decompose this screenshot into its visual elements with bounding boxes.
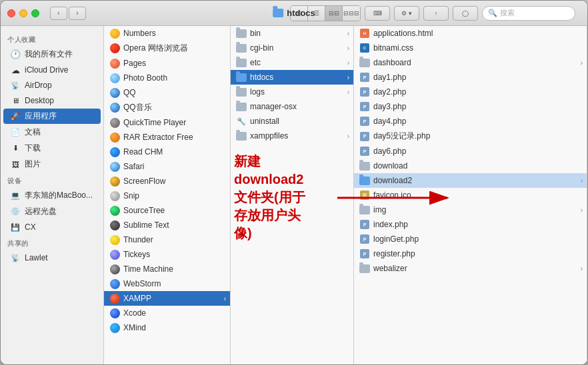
keyboard-btn[interactable]: ⌨ — [365, 6, 390, 21]
list-item-xampp[interactable]: XAMPP › — [104, 291, 230, 306]
sidebar-item-label: 图片 — [25, 159, 41, 170]
list-item[interactable]: webalizer › — [354, 261, 587, 276]
folder-icon — [236, 131, 247, 141]
action-btn[interactable]: ⚙ ▾ — [394, 6, 419, 21]
sidebar-item-airdrop[interactable]: 📡 AirDrop — [3, 78, 101, 93]
app-icon — [109, 308, 120, 318]
sidebar-item-icloud[interactable]: ☁ iCloud Drive — [3, 63, 101, 77]
chevron-right-icon: › — [347, 45, 349, 52]
list-item[interactable]: SourceTree — [104, 203, 230, 218]
htdocs-column: H applications.html C bitnami.css dashbo… — [354, 26, 587, 364]
list-item[interactable]: P day1.php — [354, 70, 587, 85]
list-item[interactable]: XMind — [104, 320, 230, 335]
list-item[interactable]: QQ音乐 — [104, 100, 230, 115]
sidebar-item-pictures[interactable]: 🖼 图片 — [3, 157, 101, 172]
list-item[interactable]: C bitnami.css — [354, 41, 587, 55]
title-folder-icon — [273, 9, 283, 17]
minimize-button[interactable] — [19, 9, 27, 17]
sidebar-item-downloads[interactable]: ⬇ 下载 — [3, 141, 101, 156]
nav-buttons: ‹ › — [50, 7, 86, 20]
list-item[interactable]: Read CHM — [104, 145, 230, 159]
list-item[interactable]: Safari — [104, 159, 230, 174]
list-item[interactable]: RAR Extractor Free — [104, 130, 230, 145]
list-item[interactable]: dashboard › — [354, 55, 587, 70]
sidebar-item-lawlet[interactable]: 📡 Lawlet — [3, 250, 101, 265]
list-item[interactable]: Xcode — [104, 306, 230, 320]
downloads-icon: ⬇ — [10, 143, 21, 154]
tag-btn[interactable]: ◯ — [453, 6, 478, 21]
list-item[interactable]: QQ — [104, 85, 230, 100]
list-item[interactable]: manager-osx — [231, 99, 353, 114]
list-item[interactable]: cgi-bin › — [231, 41, 353, 55]
html-file-icon: H — [359, 28, 370, 39]
chevron-right-icon: › — [581, 206, 583, 214]
list-item[interactable]: P day4.php — [354, 114, 587, 129]
close-button[interactable] — [7, 9, 15, 17]
list-item-download2[interactable]: download2 › — [354, 173, 587, 188]
list-item[interactable]: logs › — [231, 85, 353, 99]
view-cover-btn[interactable]: ⊟⊟⊟ — [343, 6, 360, 21]
back-button[interactable]: ‹ — [50, 7, 67, 20]
share-btn[interactable]: ↑ — [423, 6, 449, 21]
list-item[interactable]: Numbers — [104, 26, 230, 41]
list-item[interactable]: xamppfiles › — [231, 129, 353, 143]
app-icon — [109, 117, 120, 128]
search-placeholder: 搜索 — [500, 8, 515, 18]
list-item[interactable]: P day3.php — [354, 99, 587, 114]
list-item[interactable]: Pages — [104, 56, 230, 71]
app-icon — [109, 264, 120, 274]
forward-button[interactable]: › — [69, 7, 86, 20]
finder-window: ‹ › htdocs ⊞ ☰ ⊟⊟ ⊟⊟⊟ ⌨ ⚙ ▾ ↑ ◯ 🔍 搜索 — [0, 0, 588, 365]
list-item[interactable]: Time Machine — [104, 262, 230, 276]
docs-icon: 📄 — [10, 127, 21, 138]
list-item[interactable]: img › — [354, 202, 587, 217]
php-file-icon: P — [359, 146, 370, 157]
list-item[interactable]: WebStorm — [104, 276, 230, 291]
list-item[interactable]: bin › — [231, 26, 353, 41]
list-item[interactable]: P index.php — [354, 217, 587, 232]
list-item[interactable]: Photo Booth — [104, 71, 230, 85]
list-item[interactable]: Snip — [104, 188, 230, 203]
list-item[interactable]: QuickTime Player — [104, 115, 230, 130]
view-column-btn[interactable]: ⊟⊟ — [325, 6, 343, 21]
folder-icon — [236, 101, 247, 112]
search-box[interactable]: 🔍 搜索 — [482, 6, 575, 21]
app-icon — [109, 28, 120, 39]
list-item[interactable]: Sublime Text — [104, 218, 230, 232]
list-item[interactable]: download — [354, 159, 587, 173]
sidebar-item-remote-disc[interactable]: 💿 远程光盘 — [3, 204, 101, 219]
list-item[interactable]: P day6.php — [354, 144, 587, 159]
php-file-icon: P — [359, 131, 370, 142]
sidebar-item-apps[interactable]: 🚀 应用程序 — [3, 109, 101, 124]
sidebar-item-all-files[interactable]: 🕐 我的所有文件 — [3, 47, 101, 62]
list-item[interactable]: 🖼 favicon.ico — [354, 188, 587, 202]
fullscreen-button[interactable] — [31, 9, 39, 17]
list-item[interactable]: ScreenFlow — [104, 174, 230, 188]
folder-icon — [359, 263, 370, 274]
list-item[interactable]: etc › — [231, 55, 353, 70]
sidebar-item-docs[interactable]: 📄 文稿 — [3, 125, 101, 140]
list-item[interactable]: P register.php — [354, 246, 587, 261]
list-item[interactable]: H applications.html — [354, 26, 587, 41]
list-item-htdocs[interactable]: htdocs › — [231, 70, 353, 85]
sidebar-item-label: 应用程序 — [25, 111, 57, 122]
ico-file-icon: 🖼 — [359, 190, 370, 200]
list-item[interactable]: Tickeys — [104, 247, 230, 262]
list-item[interactable]: Opera 网络浏览器 — [104, 41, 230, 56]
app-icon — [109, 132, 120, 143]
sidebar-item-macbook[interactable]: 💻 李东旭的MacBoo... — [3, 188, 101, 203]
file-icon: 🔧 — [236, 116, 247, 127]
list-item[interactable]: P day5没记录.php — [354, 129, 587, 144]
app-icon — [109, 161, 120, 172]
php-file-icon: P — [359, 219, 370, 230]
list-item[interactable]: P day2.php — [354, 85, 587, 99]
sidebar-item-desktop[interactable]: 🖥 Desktop — [3, 93, 101, 108]
app-icon — [109, 293, 120, 304]
folder-icon — [359, 161, 370, 171]
list-item[interactable]: P loginGet.php — [354, 232, 587, 246]
list-item[interactable]: 🔧 uninstall — [231, 114, 353, 129]
folder-icon — [236, 72, 247, 83]
sidebar-item-cx[interactable]: 💾 CX — [3, 220, 101, 234]
list-item[interactable]: Thunder — [104, 232, 230, 247]
app-icon — [109, 43, 120, 54]
